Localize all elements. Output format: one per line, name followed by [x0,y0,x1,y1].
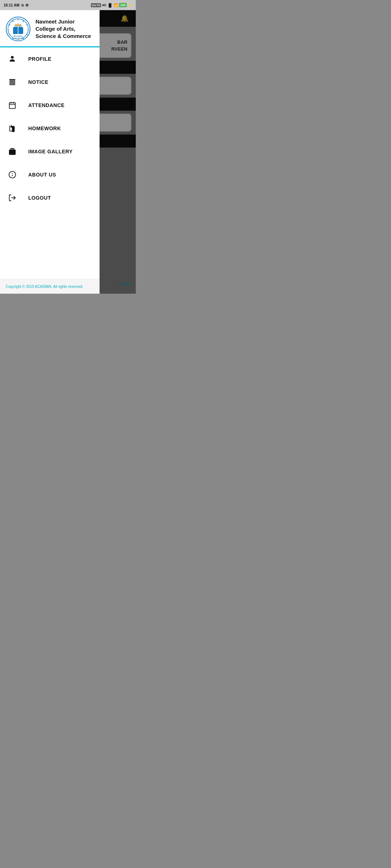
nav-item-about-us[interactable]: ABOUT US [0,163,100,186]
nav-item-attendance[interactable]: ATTENDANCE [0,94,100,117]
svg-rect-30 [9,150,16,155]
time-display: 10:11 AM [4,3,20,7]
homework-icon [7,123,17,133]
svg-rect-20 [9,79,16,80]
settings-icon: ⚙ [25,3,29,7]
svg-rect-23 [9,82,16,83]
logout-label: LOGOUT [28,195,51,201]
profile-icon [7,54,17,64]
notice-icon [7,77,17,87]
svg-rect-24 [9,84,16,84]
svg-rect-25 [9,84,16,85]
charging-icon: ⚡ [128,3,132,7]
status-right: VoLTE 4G ▐▌ 📶 100 ⚡ [91,3,132,7]
nav-item-image-gallery[interactable]: IMAGE GALLERY [0,140,100,163]
sim-icon: ⊙ [21,3,24,7]
status-bar: 10:11 AM ⊙ ⚙ VoLTE 4G ▐▌ 📶 100 ⚡ [0,0,136,10]
notice-label: NOTICE [28,79,49,85]
attendance-icon [7,100,17,110]
svg-point-31 [10,150,12,152]
college-logo: विद्या ददाति विनयं ★ ★ ★ [6,17,30,41]
status-left: 10:11 AM ⊙ ⚙ [4,3,29,7]
homework-label: HOMEWORK [28,125,61,131]
svg-rect-22 [9,81,16,82]
nav-item-logout[interactable]: LOGOUT [0,186,100,209]
college-name: Navneet Junior College of Arts, Science … [35,18,94,40]
volte-icon: VoLTE [91,3,101,7]
svg-marker-10 [8,29,9,30]
nav-list: PROFILE NOTICE [0,47,100,279]
gallery-icon [7,146,17,157]
svg-rect-32 [10,148,14,149]
nav-item-homework[interactable]: HOMEWORK [0,117,100,140]
attendance-label: ATTENDANCE [28,102,64,108]
profile-label: PROFILE [28,56,51,62]
svg-rect-26 [9,103,16,109]
logout-icon [7,193,17,203]
signal-icon: ▐▌ [108,3,113,7]
drawer-header: विद्या ददाति विनयं ★ ★ ★ Navneet Junior … [0,10,100,46]
navigation-drawer: विद्या ददाति विनयं ★ ★ ★ Navneet Junior … [0,10,100,294]
svg-point-19 [11,56,13,59]
svg-rect-21 [9,80,16,81]
battery-icon: 100 [119,3,127,7]
gallery-label: IMAGE GALLERY [28,149,73,154]
wifi-icon: 📶 [114,3,118,7]
info-icon [7,170,17,180]
about-us-label: ABOUT US [28,172,56,178]
network-label: 4G [102,3,106,7]
nav-item-notice[interactable]: NOTICE [0,71,100,94]
copyright-text: Copyright © 2019 ACADMiN. All rights res… [6,285,83,289]
nav-item-profile[interactable]: PROFILE [0,47,100,71]
drawer-footer: Copyright © 2019 ACADMiN. All rights res… [0,279,100,294]
